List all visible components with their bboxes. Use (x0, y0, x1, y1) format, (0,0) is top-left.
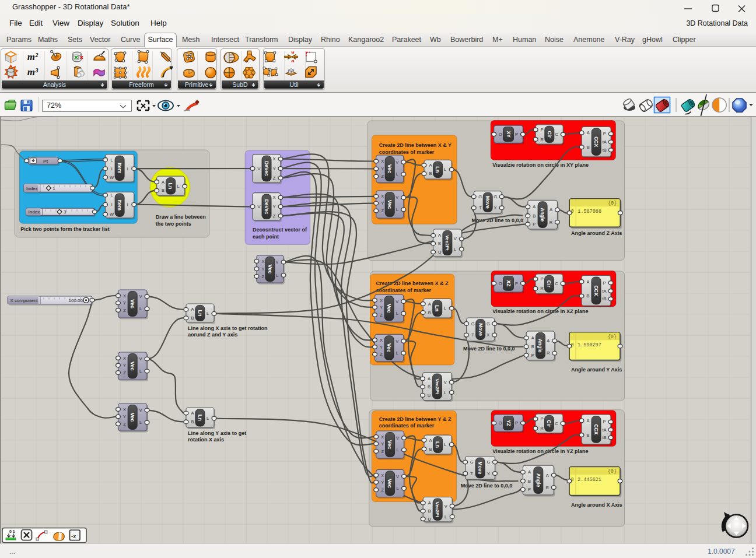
svg-text:X: X (381, 434, 384, 440)
svg-text:G: G (494, 194, 497, 199)
svg-text:Vec: Vec (387, 200, 393, 209)
svg-text:{0}: {0} (608, 201, 617, 206)
svg-text:A: A (438, 233, 441, 238)
svg-text:R: R (540, 286, 544, 291)
svg-text:Z: Z (381, 174, 384, 179)
svg-text:tB: tB (602, 435, 606, 440)
svg-text:U: U (428, 393, 430, 398)
svg-text:100.00: 100.00 (69, 298, 83, 303)
svg-text:Vec: Vec (387, 479, 393, 488)
svg-text:U: U (428, 517, 430, 522)
svg-text:X: X (381, 159, 384, 164)
svg-text:V: V (444, 380, 447, 385)
svg-text:C: C (555, 281, 558, 286)
svg-text:Vec: Vec (130, 299, 135, 308)
svg-text:Vec2Pt: Vec2Pt (435, 502, 440, 518)
svg-text:Ln: Ln (197, 310, 203, 317)
svg-text:Vec: Vec (386, 343, 392, 353)
svg-text:B: B (429, 447, 432, 452)
svg-text:Move: Move (477, 462, 483, 475)
svg-text:A: A (586, 279, 589, 285)
svg-text:Vec2Pt: Vec2Pt (434, 378, 439, 394)
svg-text:A: A (162, 180, 164, 185)
svg-text:each point: each point (253, 234, 279, 240)
svg-text:B: B (586, 433, 589, 438)
svg-text:Angle around X Axis: Angle around X Axis (571, 502, 622, 508)
svg-text:Z: Z (123, 308, 126, 313)
svg-text:CCX: CCX (593, 424, 599, 434)
svg-text:V: V (396, 339, 398, 344)
svg-text:Vec: Vec (267, 265, 273, 274)
svg-text:Create 2D line between Y & Z: Create 2D line between Y & Z (379, 416, 452, 422)
svg-text:{0}: {0} (608, 469, 617, 475)
svg-text:V: V (454, 236, 457, 241)
svg-text:Y: Y (380, 345, 383, 350)
svg-text:Y: Y (123, 414, 126, 419)
svg-text:R: R (540, 137, 544, 142)
svg-text:P: P (533, 222, 536, 227)
svg-text:the two points: the two points (156, 221, 191, 227)
svg-text:R: R (540, 426, 544, 431)
svg-text:L: L (396, 486, 398, 491)
svg-text:Pick two points form the track: Pick two points form the tracker list (20, 226, 110, 232)
svg-text:B: B (428, 508, 431, 514)
svg-text:A: A (428, 500, 431, 506)
svg-text:Line along X axis to get rotat: Line along X axis to get rotation (188, 325, 268, 331)
svg-text:Y: Y (272, 204, 275, 209)
svg-text:Z: Z (380, 352, 383, 357)
svg-text:Visualzie rotation on circle i: Visualzie rotation on circle in YZ plane (492, 448, 588, 454)
svg-text:A: A (586, 418, 589, 423)
svg-text:Cir: Cir (546, 420, 552, 427)
svg-text:L: L (444, 514, 447, 520)
svg-text:X: X (123, 407, 126, 412)
svg-text:Vec2Pt: Vec2Pt (444, 235, 450, 251)
svg-text:Create 2D line between X & Y: Create 2D line between X & Y (379, 142, 452, 148)
svg-text:Item: Item (117, 199, 123, 210)
svg-text:G: G (471, 321, 475, 327)
svg-text:T: T (470, 471, 473, 476)
svg-text:Y: Y (272, 166, 275, 171)
svg-text:Visualzie rotation on circle i: Visualzie rotation on circle in XY plane (492, 162, 589, 168)
svg-text:Angle: Angle (540, 208, 545, 222)
svg-text:2.445621: 2.445621 (578, 477, 601, 483)
svg-text:L: L (111, 192, 113, 198)
svg-text:P: P (540, 416, 543, 422)
svg-text:C: C (555, 421, 558, 426)
svg-text:L: L (206, 311, 209, 316)
svg-text:A: A (191, 307, 194, 312)
svg-text:CCX: CCX (593, 285, 599, 296)
svg-text:m²: m² (27, 51, 38, 62)
svg-text:P: P (603, 131, 606, 136)
svg-text:Y: Y (381, 166, 384, 171)
svg-text:coordinates of marker: coordinates of marker (379, 423, 435, 429)
svg-text:Ln: Ln (434, 305, 440, 311)
svg-text:Index: Index (29, 209, 40, 215)
svg-text:1.587088: 1.587088 (578, 209, 601, 215)
svg-text:tB: tB (602, 296, 606, 301)
svg-text:A: A (528, 469, 531, 475)
svg-text:P: P (603, 419, 606, 424)
svg-text:B: B (191, 315, 194, 321)
svg-text:X: X (272, 156, 275, 162)
svg-text:L: L (396, 207, 398, 212)
svg-text:rotation X axis: rotation X axis (188, 437, 224, 443)
svg-text:Vec: Vec (130, 413, 135, 422)
svg-text:Decosntruct vector of: Decosntruct vector of (253, 227, 307, 233)
svg-text:B: B (191, 419, 194, 424)
svg-text:-x: -x (71, 533, 76, 539)
svg-text:Pt: Pt (43, 159, 48, 164)
svg-text:P: P (515, 281, 518, 286)
svg-text:Z: Z (381, 208, 384, 213)
svg-text:L: L (139, 306, 142, 311)
svg-text:X: X (123, 293, 126, 299)
svg-text:XY: XY (506, 131, 512, 138)
svg-text:B: B (587, 145, 590, 150)
svg-text:A: A (547, 338, 550, 343)
svg-text:P: P (540, 276, 543, 282)
svg-text:V: V (396, 195, 398, 200)
svg-text:O: O (499, 132, 502, 137)
svg-text:Z: Z (381, 449, 384, 454)
svg-text:B: B (162, 188, 164, 193)
svg-text:Z: Z (380, 313, 383, 318)
svg-text:X component: X component (10, 298, 38, 303)
